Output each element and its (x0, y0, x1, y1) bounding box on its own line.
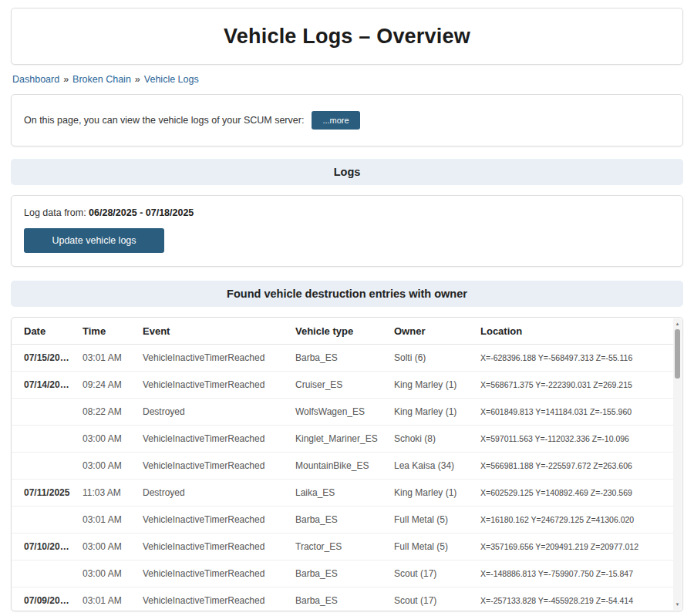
table-row: 03:00 AMVehicleInactiveTimerReachedMount… (12, 453, 673, 480)
cell-date (12, 399, 76, 426)
cell-vehicle-type: Barba_ES (289, 587, 388, 611)
scrollbar-down-icon[interactable]: ▼ (675, 599, 680, 610)
cell-date (12, 426, 76, 453)
cell-vehicle-type: WolfsWagen_ES (289, 399, 388, 426)
cell-vehicle-type: Laika_ES (289, 480, 388, 507)
cell-time: 03:00 AM (76, 426, 136, 453)
update-vehicle-logs-button[interactable]: Update vehicle logs (24, 228, 164, 253)
column-header-time: Time (76, 318, 136, 345)
cell-location: X=566981.188 Y=-225597.672 Z=263.606 (474, 453, 673, 480)
log-data-range: 06/28/2025 - 07/18/2025 (89, 207, 194, 218)
cell-event: VehicleInactiveTimerReached (136, 426, 289, 453)
cell-time: 03:01 AM (76, 587, 136, 611)
cell-date: 07/11/2025 (12, 480, 76, 507)
column-header-vehicle-type: Vehicle type (289, 318, 388, 345)
scrollbar-up-icon[interactable]: ▲ (675, 318, 680, 329)
cell-location: X=-628396.188 Y=-568497.313 Z=-55.116 (474, 345, 673, 372)
cell-event: VehicleInactiveTimerReached (136, 345, 289, 372)
cell-owner: King Marley (1) (388, 480, 474, 507)
table-section-header: Found vehicle destruction entries with o… (11, 281, 683, 307)
log-data-card: Log data from: 06/28/2025 - 07/18/2025 U… (11, 195, 683, 267)
cell-date (12, 560, 76, 587)
cell-owner: Solti (6) (388, 345, 474, 372)
table-row: 07/10/202503:00 AMVehicleInactiveTimerRe… (12, 534, 673, 560)
cell-owner: King Marley (1) (388, 372, 474, 399)
cell-location: X=601849.813 Y=141184.031 Z=-155.960 (474, 399, 673, 426)
cell-owner: Scout (17) (388, 560, 474, 587)
cell-vehicle-type: Barba_ES (289, 345, 388, 372)
breadcrumb: Dashboard»Broken Chain»Vehicle Logs (12, 74, 682, 85)
page-title: Vehicle Logs – Overview (224, 25, 470, 49)
column-header-location: Location (474, 318, 673, 345)
cell-vehicle-type: MountainBike_ES (289, 453, 388, 480)
table-row: 03:00 AMVehicleInactiveTimerReachedKingl… (12, 426, 673, 453)
cell-time: 03:01 AM (76, 507, 136, 534)
logs-section-title: Logs (334, 166, 361, 178)
vehicle-log-table: DateTimeEventVehicle typeOwnerLocation 0… (12, 318, 673, 611)
breadcrumb-link-broken-chain[interactable]: Broken Chain (72, 74, 131, 85)
table-body: 07/15/202503:01 AMVehicleInactiveTimerRe… (12, 345, 673, 611)
column-header-event: Event (136, 318, 289, 345)
cell-event: VehicleInactiveTimerReached (136, 453, 289, 480)
cell-owner: Lea Kaisa (34) (388, 453, 474, 480)
cell-location: X=-148886.813 Y=-759907.750 Z=-15.847 (474, 560, 673, 587)
cell-event: VehicleInactiveTimerReached (136, 560, 289, 587)
breadcrumb-link-dashboard[interactable]: Dashboard (12, 74, 59, 85)
cell-time: 08:22 AM (76, 399, 136, 426)
cell-owner: Full Metal (5) (388, 507, 474, 534)
cell-event: VehicleInactiveTimerReached (136, 372, 289, 399)
table-scrollbar[interactable]: ▲ ▼ (673, 318, 682, 610)
breadcrumb-link-vehicle-logs[interactable]: Vehicle Logs (144, 74, 199, 85)
logs-section-header: Logs (11, 159, 683, 185)
cell-event: Destroyed (136, 480, 289, 507)
cell-date (12, 507, 76, 534)
cell-location: X=-257133.828 Y=-455928.219 Z=-54.414 (474, 587, 673, 611)
scrollbar-thumb[interactable] (675, 329, 680, 379)
table-section-title: Found vehicle destruction entries with o… (227, 288, 467, 300)
column-header-owner: Owner (388, 318, 474, 345)
cell-date (12, 453, 76, 480)
cell-time: 03:00 AM (76, 534, 136, 560)
table-row: 07/15/202503:01 AMVehicleInactiveTimerRe… (12, 345, 673, 372)
cell-date: 07/14/2025 (12, 372, 76, 399)
cell-event: Destroyed (136, 399, 289, 426)
intro-text: On this page, you can view the vehicle l… (24, 115, 304, 126)
cell-vehicle-type: Cruiser_ES (289, 372, 388, 399)
cell-time: 09:24 AM (76, 372, 136, 399)
cell-time: 03:00 AM (76, 453, 136, 480)
table-scroll-area: DateTimeEventVehicle typeOwnerLocation 0… (12, 318, 682, 611)
cell-date: 07/09/2025 (12, 587, 76, 611)
cell-owner: King Marley (1) (388, 399, 474, 426)
table-row: 03:00 AMVehicleInactiveTimerReachedBarba… (12, 560, 673, 587)
log-data-line: Log data from: 06/28/2025 - 07/18/2025 (24, 207, 670, 218)
cell-time: 11:03 AM (76, 480, 136, 507)
cell-owner: Schoki (8) (388, 426, 474, 453)
cell-time: 03:00 AM (76, 560, 136, 587)
cell-vehicle-type: Barba_ES (289, 507, 388, 534)
breadcrumb-separator: » (63, 74, 69, 85)
cell-date: 07/10/2025 (12, 534, 76, 560)
log-data-label: Log data from: (24, 207, 86, 218)
intro-card: On this page, you can view the vehicle l… (11, 94, 683, 146)
cell-date: 07/15/2025 (12, 345, 76, 372)
cell-event: VehicleInactiveTimerReached (136, 587, 289, 611)
cell-vehicle-type: Kinglet_Mariner_ES (289, 426, 388, 453)
more-button[interactable]: ...more (312, 111, 359, 130)
cell-location: X=357169.656 Y=209491.219 Z=20977.012 (474, 534, 673, 560)
cell-event: VehicleInactiveTimerReached (136, 507, 289, 534)
cell-event: VehicleInactiveTimerReached (136, 534, 289, 560)
column-header-date: Date (12, 318, 76, 345)
cell-vehicle-type: Barba_ES (289, 560, 388, 587)
table-row: 07/14/202509:24 AMVehicleInactiveTimerRe… (12, 372, 673, 399)
cell-location: X=16180.162 Y=246729.125 Z=41306.020 (474, 507, 673, 534)
cell-owner: Full Metal (5) (388, 534, 474, 560)
page-header: Vehicle Logs – Overview (11, 8, 683, 65)
cell-location: X=597011.563 Y=-112032.336 Z=-10.096 (474, 426, 673, 453)
cell-time: 03:01 AM (76, 345, 136, 372)
cell-location: X=568671.375 Y=-222390.031 Z=269.215 (474, 372, 673, 399)
table-row: 07/11/202511:03 AMDestroyedLaika_ESKing … (12, 480, 673, 507)
cell-location: X=602529.125 Y=140892.469 Z=-230.569 (474, 480, 673, 507)
table-row: 07/09/202503:01 AMVehicleInactiveTimerRe… (12, 587, 673, 611)
breadcrumb-separator: » (135, 74, 140, 85)
table-header-row: DateTimeEventVehicle typeOwnerLocation (12, 318, 673, 345)
